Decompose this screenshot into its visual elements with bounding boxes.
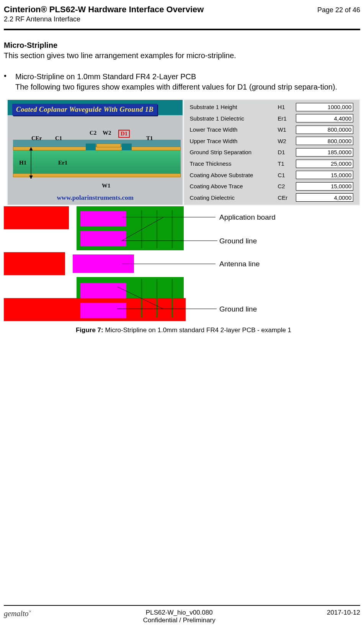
param-row: Coating Above TraceC215,0000: [189, 182, 357, 191]
label-t1: T1: [146, 135, 153, 142]
svg-line-21: [117, 287, 163, 309]
param-value[interactable]: 800,0000: [296, 126, 353, 134]
param-row: Coating DielectricCEr4,0000: [189, 193, 357, 202]
intro-paragraph: This section gives two line arrangement …: [4, 51, 360, 61]
param-label: Upper Trace Width: [189, 138, 277, 144]
leader-ground-bot: [117, 287, 220, 311]
param-row: Lower Trace WidthW1800,0000: [189, 126, 357, 134]
pcb-cross-section: Application board Ground line Antenna li…: [7, 206, 359, 322]
footer-confidential: Confidential / Preliminary: [143, 617, 215, 624]
param-label: Coating Above Substrate: [189, 172, 277, 178]
section-heading: Micro-Stripline: [4, 41, 360, 50]
param-row: Upper Trace WidthW2800,0000: [189, 137, 357, 145]
annotation-ground-line-top: Ground line: [219, 237, 257, 245]
svg-marker-1: [29, 147, 33, 150]
svg-line-19: [122, 217, 164, 241]
figure-caption-text: Micro-Stripline on 1.0mm standard FR4 2-…: [105, 326, 291, 334]
param-label: Trace Thickness: [189, 160, 277, 167]
param-symbol: C1: [277, 172, 296, 178]
footer-rule: [4, 605, 360, 606]
page-indicator: Page 22 of 46: [317, 6, 360, 14]
param-label: Lower Trace Width: [189, 126, 277, 133]
param-label: Ground Strip Separation: [189, 149, 277, 155]
param-symbol: Er1: [277, 115, 296, 122]
param-row: Substrate 1 DielectricEr14,4000: [189, 114, 357, 122]
param-row: Ground Strip SeparationD1185,0000: [189, 148, 357, 157]
footer-date: 2017-10-12: [327, 609, 360, 617]
param-row: Coating Above SubstrateC115,0000: [189, 171, 357, 179]
parameter-panel: Substrate 1 HeightH11000,000Substrate 1 …: [183, 99, 360, 206]
param-symbol: T1: [277, 160, 296, 167]
waveguide-title: Coated Coplanar Waveguide With Ground 1B: [12, 104, 157, 116]
bullet-marker: •: [4, 72, 15, 92]
bullet-text: The following two figures show examples …: [15, 83, 337, 91]
label-c2: C2: [90, 130, 96, 136]
bullet-title: Micro-Stripline on 1.0mm Standard FR4 2-…: [15, 72, 196, 81]
page-footer: gemalto× PLS62-W_hio_v00.080 Confidentia…: [0, 605, 364, 624]
param-value[interactable]: 800,0000: [296, 137, 353, 145]
param-value[interactable]: 25,0000: [296, 160, 353, 168]
param-symbol: C2: [277, 183, 296, 189]
svg-rect-10: [80, 231, 126, 246]
annotation-antenna-line: Antenna line: [219, 260, 260, 268]
param-value[interactable]: 4,0000: [296, 193, 353, 202]
param-label: Substrate 1 Height: [189, 104, 277, 110]
param-symbol: H1: [277, 104, 296, 110]
section-label: 2.2 RF Antenna Interface: [4, 15, 360, 23]
leader-ground-top: [122, 217, 221, 242]
param-row: Trace ThicknessT125,0000: [189, 160, 357, 168]
page-content: Micro-Stripline This section gives two l…: [0, 30, 364, 334]
label-h1: H1: [19, 160, 26, 166]
annotation-application-board: Application board: [219, 213, 276, 222]
gemalto-logo: gemalto×: [4, 609, 32, 618]
param-label: Coating Dielectric: [189, 194, 277, 201]
waveguide-illustration: Coated Coplanar Waveguide With Ground 1B…: [7, 99, 183, 206]
svg-rect-7: [4, 252, 65, 275]
param-value[interactable]: 4,4000: [296, 114, 353, 122]
label-d1-highlight: D1: [118, 130, 130, 138]
param-value[interactable]: 1000,000: [296, 103, 353, 111]
param-symbol: W2: [277, 138, 296, 144]
page-header: Cinterion® PLS62-W Hardware Interface Ov…: [0, 0, 364, 26]
annotation-ground-line-bot: Ground line: [219, 305, 257, 313]
param-row: Substrate 1 HeightH11000,000: [189, 103, 357, 111]
svg-rect-5: [4, 206, 69, 229]
label-cer: CEr: [31, 135, 42, 142]
figure-caption-lead: Figure 7:: [76, 326, 105, 334]
param-value[interactable]: 15,0000: [296, 171, 353, 179]
svg-rect-9: [80, 211, 126, 226]
footer-docnum: PLS62-W_hio_v00.080: [143, 609, 215, 617]
label-c1: C1: [55, 135, 62, 142]
doc-title: Cinterion® PLS62-W Hardware Interface Ov…: [4, 5, 204, 15]
label-er1: Er1: [58, 160, 67, 166]
param-symbol: W1: [277, 126, 296, 133]
param-symbol: D1: [277, 149, 296, 155]
param-label: Coating Above Trace: [189, 183, 277, 189]
label-w1: W1: [102, 183, 111, 189]
waveguide-source-url: www.polarinstruments.com: [8, 194, 183, 202]
param-label: Substrate 1 Dielectric: [189, 115, 277, 122]
label-w2: W2: [103, 130, 111, 136]
figure-caption: Figure 7: Micro-Stripline on 1.0mm stand…: [7, 326, 360, 334]
param-value[interactable]: 185,0000: [296, 148, 353, 157]
param-symbol: CEr: [277, 194, 296, 201]
param-value[interactable]: 15,0000: [296, 182, 353, 191]
bullet-item: • Micro-Stripline on 1.0mm Standard FR4 …: [4, 72, 360, 92]
figure-7: Coated Coplanar Waveguide With Ground 1B…: [7, 99, 360, 334]
svg-marker-2: [29, 176, 33, 179]
